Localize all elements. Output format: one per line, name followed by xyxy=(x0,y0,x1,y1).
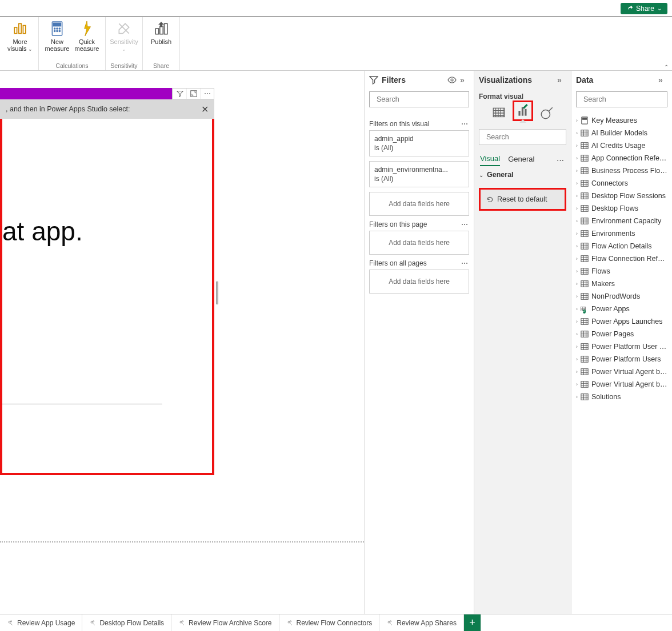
general-group[interactable]: ⌄ General xyxy=(474,167,571,182)
table-name: Solutions xyxy=(591,393,667,401)
table-item[interactable]: › Power Virtual Agent bots xyxy=(571,365,672,378)
table-item[interactable]: › Desktop Flows xyxy=(571,202,672,215)
drop-zone[interactable]: Add data fields here xyxy=(369,192,469,216)
more-options-icon[interactable]: ⋯ xyxy=(200,89,214,99)
filter-card[interactable]: admin_environmentna... is (All) xyxy=(369,161,469,187)
visual-body-text: at app. xyxy=(2,119,212,247)
chevron-right-icon: › xyxy=(576,256,578,262)
filter-field-state: is (All) xyxy=(374,174,464,183)
collapse-pane-icon[interactable]: » xyxy=(658,75,667,85)
chevron-down-icon: ⌄ xyxy=(479,172,483,178)
reset-label: Reset to default xyxy=(497,195,547,203)
table-item[interactable]: › Flow Action Details xyxy=(571,240,672,252)
measure-icon xyxy=(581,116,589,124)
filter-card[interactable]: admin_appid is (All) xyxy=(369,130,469,156)
table-item[interactable]: › Power Apps Launches xyxy=(571,315,672,328)
share-button[interactable]: Share ⌄ xyxy=(621,3,667,14)
svg-rect-39 xyxy=(581,294,588,300)
table-icon xyxy=(581,393,589,401)
table-name: Power Virtual Agent bots xyxy=(591,368,667,376)
chevron-right-icon: › xyxy=(576,143,578,148)
page-tab[interactable]: Review App Shares xyxy=(379,614,464,632)
table-icon xyxy=(581,129,589,137)
visual-tab[interactable]: Visual xyxy=(480,154,500,166)
page-tab[interactable]: Desktop Flow Details xyxy=(82,614,171,632)
table-item[interactable]: › Desktop Flow Sessions xyxy=(571,190,672,202)
table-item[interactable]: › Environments xyxy=(571,227,672,240)
svg-rect-27 xyxy=(581,143,588,149)
filter-field-state: is (All) xyxy=(374,143,464,152)
page-tab[interactable]: Review App Usage xyxy=(0,614,82,632)
table-item[interactable]: › Power Platform Users xyxy=(571,353,672,365)
svg-rect-33 xyxy=(581,218,588,224)
new-measure-button[interactable]: Newmeasure xyxy=(42,21,72,62)
filters-search[interactable] xyxy=(369,91,469,107)
filter-icon[interactable] xyxy=(173,89,186,99)
tab-label: Review App Shares xyxy=(397,619,457,627)
more-icon[interactable]: ⋯ xyxy=(461,220,469,228)
search-input[interactable] xyxy=(583,95,672,103)
collapse-ribbon-icon[interactable]: ⌃ xyxy=(664,64,669,70)
table-name: NonProdWords xyxy=(591,292,667,300)
format-visual-tab[interactable] xyxy=(513,101,533,121)
table-item[interactable]: › Power Pages xyxy=(571,328,672,340)
page-tab[interactable]: Review Flow Archive Score xyxy=(171,614,279,632)
table-item[interactable]: › AI Builder Models xyxy=(571,127,672,139)
chevron-right-icon: › xyxy=(576,168,578,174)
group-label xyxy=(5,69,35,70)
reset-to-default-button[interactable]: Reset to default xyxy=(479,188,566,211)
general-tab[interactable]: General xyxy=(508,155,534,166)
data-search[interactable] xyxy=(576,91,667,107)
more-icon[interactable]: ⋯ xyxy=(461,120,469,128)
table-item[interactable]: › Flows xyxy=(571,265,672,278)
table-item[interactable]: › Environment Capacity xyxy=(571,215,672,227)
page-tab[interactable]: Review Flow Connectors xyxy=(279,614,380,632)
table-item[interactable]: › Flow Connection Refer... xyxy=(571,252,672,265)
search-input[interactable] xyxy=(486,133,576,141)
publish-button[interactable]: Publish xyxy=(146,21,176,62)
table-item[interactable]: › Connectors xyxy=(571,177,672,190)
collapse-pane-icon[interactable]: » xyxy=(557,75,566,85)
general-label: General xyxy=(487,171,514,179)
collapse-pane-icon[interactable]: » xyxy=(460,75,469,85)
more-icon[interactable]: ⋯ xyxy=(461,259,469,267)
table-item[interactable]: › Makers xyxy=(571,278,672,290)
drop-zone[interactable]: Add data fields here xyxy=(369,270,469,294)
build-visual-tab[interactable] xyxy=(489,103,509,123)
table-name: Flow Connection Refer... xyxy=(591,255,667,263)
ribbon: Morevisuals ⌄ Newmeasure Quickmeasure Ca… xyxy=(0,17,672,71)
resize-handle[interactable] xyxy=(216,282,218,304)
selected-visual[interactable]: ⋯ , and then in Power Apps Studio select… xyxy=(0,88,214,475)
svg-rect-0 xyxy=(14,27,17,34)
group-label: Calculations xyxy=(42,62,102,70)
table-item[interactable]: › Key Measures xyxy=(571,114,672,127)
drop-zone[interactable]: Add data fields here xyxy=(369,231,469,255)
focus-mode-icon[interactable] xyxy=(186,89,200,99)
eye-icon[interactable] xyxy=(447,75,457,85)
table-name: AI Credits Usage xyxy=(591,142,667,150)
table-icon xyxy=(581,343,589,351)
table-item[interactable]: › AI Credits Usage xyxy=(571,139,672,152)
table-item[interactable]: › Business Process Flows xyxy=(571,164,672,177)
filter-field-name: admin_appid xyxy=(374,134,464,143)
format-visual-label: Format visual xyxy=(474,89,571,101)
search-input[interactable] xyxy=(377,95,466,103)
table-item[interactable]: › Power Platform User Ro... xyxy=(571,340,672,353)
svg-rect-44 xyxy=(581,356,588,363)
more-icon[interactable]: ⋯ xyxy=(557,156,565,164)
title-bar: Share ⌄ xyxy=(0,0,672,17)
table-item[interactable]: › NonProdWords xyxy=(571,290,672,303)
hidden-icon xyxy=(7,620,14,626)
table-item[interactable]: › ✓ Power Apps xyxy=(571,303,672,315)
report-canvas[interactable]: ⋯ , and then in Power Apps Studio select… xyxy=(0,71,364,614)
table-name: Desktop Flows xyxy=(591,204,667,212)
analytics-tab[interactable] xyxy=(537,103,557,123)
add-page-button[interactable]: + xyxy=(464,614,481,632)
table-item[interactable]: › App Connection Refere... xyxy=(571,152,672,164)
table-item[interactable]: › Power Virtual Agent bo... xyxy=(571,378,672,391)
quick-measure-button[interactable]: Quickmeasure xyxy=(72,21,102,62)
viz-search[interactable] xyxy=(479,129,566,145)
table-item[interactable]: › Solutions xyxy=(571,391,672,403)
more-visuals-button[interactable]: Morevisuals ⌄ xyxy=(5,21,35,69)
close-icon[interactable]: ✕ xyxy=(201,104,209,115)
